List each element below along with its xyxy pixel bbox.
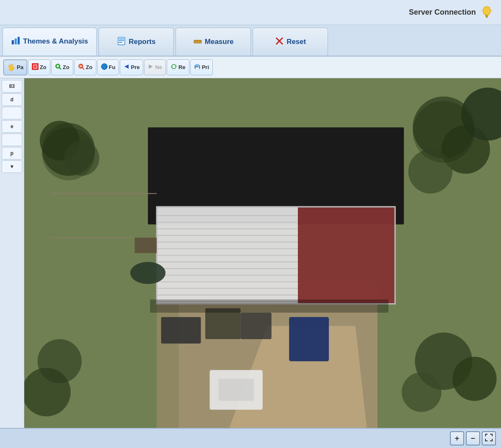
left-panel-chevron[interactable]: ▼ <box>2 160 22 173</box>
left-panel-empty1 <box>2 107 22 119</box>
zoom-rect-icon <box>32 63 39 71</box>
measure-icon <box>193 36 202 48</box>
aerial-map <box>24 78 501 428</box>
zoom-extent-icon <box>485 434 493 443</box>
reset-x-icon <box>275 36 284 48</box>
svg-point-76 <box>130 262 165 284</box>
left-panel-letter-e: e <box>2 120 22 133</box>
next-label: Ne <box>155 64 162 70</box>
zoom-out-bottom-icon: − <box>471 434 475 443</box>
tab-themes-analysis[interactable]: Themes & Analysis <box>3 28 97 56</box>
zoom-in-label: Zo <box>63 64 70 70</box>
svg-rect-9 <box>12 40 14 44</box>
zoom-extent-bottom-button[interactable] <box>482 431 496 445</box>
zoom-in-bottom-icon: + <box>455 434 460 443</box>
svg-point-50 <box>198 66 199 67</box>
tab-bar: Themes & Analysis Reports <box>0 25 501 57</box>
themes-analysis-icon <box>11 36 21 47</box>
refresh-button[interactable]: Re <box>167 59 189 75</box>
svg-rect-98 <box>150 299 388 313</box>
svg-point-97 <box>24 368 71 416</box>
zoom-out-button[interactable]: Zo <box>74 59 96 75</box>
svg-rect-26 <box>32 64 38 70</box>
left-panel-empty2 <box>2 134 22 146</box>
print-label: Pri <box>202 64 209 70</box>
svg-rect-78 <box>205 308 240 339</box>
left-panel: 83 d e p ▼ <box>0 78 24 428</box>
print-button[interactable]: Pri <box>190 59 213 75</box>
previous-button[interactable]: Pre <box>120 59 143 75</box>
zoom-in-button[interactable]: Zo <box>51 59 73 75</box>
zoom-out-icon <box>78 63 85 71</box>
svg-rect-48 <box>196 64 199 66</box>
toolbar: 🖐 Pa Zo Zo <box>0 57 501 78</box>
zoom-in-bottom-button[interactable]: + <box>450 431 464 445</box>
previous-label: Pre <box>131 64 139 70</box>
svg-rect-17 <box>122 39 123 41</box>
svg-rect-11 <box>18 37 20 44</box>
tab-reset-label: Reset <box>287 38 306 46</box>
map-area[interactable] <box>24 78 501 428</box>
svg-point-92 <box>413 101 475 163</box>
svg-rect-3 <box>486 17 488 18</box>
pan-button[interactable]: 🖐 Pa <box>3 59 27 75</box>
zoom-out-bottom-button[interactable]: − <box>466 431 480 445</box>
svg-point-42 <box>104 67 106 67</box>
next-icon <box>148 64 154 71</box>
svg-line-31 <box>59 67 61 70</box>
reports-icon <box>117 36 126 48</box>
svg-rect-49 <box>196 67 199 70</box>
svg-rect-14 <box>119 40 124 41</box>
svg-marker-44 <box>149 64 153 69</box>
print-icon <box>194 63 201 71</box>
left-panel-dropdown[interactable]: p <box>2 147 22 160</box>
svg-marker-43 <box>124 64 129 69</box>
zoom-rect-label: Zo <box>40 64 46 70</box>
refresh-label: Re <box>178 64 186 70</box>
svg-rect-2 <box>486 16 488 17</box>
prev-icon <box>124 64 129 71</box>
svg-point-91 <box>42 127 95 180</box>
main-content: 83 d e p ▼ <box>0 78 501 428</box>
left-panel-number: 83 <box>2 80 22 93</box>
globe-icon <box>101 63 108 71</box>
tab-measure-label: Measure <box>205 38 234 46</box>
svg-rect-81 <box>289 317 329 361</box>
svg-rect-77 <box>161 317 201 343</box>
svg-rect-10 <box>15 39 17 44</box>
svg-rect-16 <box>120 39 121 41</box>
full-extent-label: Fu <box>109 64 116 70</box>
tab-reset[interactable]: Reset <box>253 28 328 56</box>
pan-label: Pa <box>17 64 23 70</box>
svg-line-6 <box>483 7 484 8</box>
svg-rect-72 <box>157 207 298 304</box>
svg-rect-15 <box>119 42 122 43</box>
svg-point-41 <box>103 66 104 67</box>
svg-point-95 <box>402 372 442 412</box>
tab-themes-analysis-label: Themes & Analysis <box>23 37 88 46</box>
svg-line-34 <box>82 67 84 70</box>
svg-rect-99 <box>134 238 157 253</box>
refresh-icon <box>170 63 177 71</box>
svg-rect-13 <box>119 39 124 39</box>
svg-rect-74 <box>298 207 395 304</box>
full-extent-button[interactable]: Fu <box>97 59 119 75</box>
bottom-bar: + − <box>0 428 501 448</box>
top-bar: Server Connection <box>0 0 501 25</box>
svg-line-5 <box>489 7 490 8</box>
zoom-out-label: Zo <box>86 64 93 70</box>
next-button[interactable]: Ne <box>144 59 166 75</box>
zoom-in-icon <box>55 63 62 71</box>
svg-rect-1 <box>485 15 488 16</box>
zoom-rect-button[interactable]: Zo <box>28 59 50 75</box>
tab-reports[interactable]: Reports <box>98 28 174 56</box>
bulb-icon <box>479 5 494 20</box>
server-connection-text: Server Connection <box>409 8 476 17</box>
svg-point-94 <box>452 357 496 401</box>
tab-measure[interactable]: Measure <box>176 28 251 56</box>
left-panel-letter-d: d <box>2 93 22 106</box>
svg-rect-83 <box>219 379 254 401</box>
server-connection-label: Server Connection <box>409 5 494 20</box>
svg-rect-79 <box>240 313 271 339</box>
hand-icon: 🖐 <box>7 63 15 71</box>
